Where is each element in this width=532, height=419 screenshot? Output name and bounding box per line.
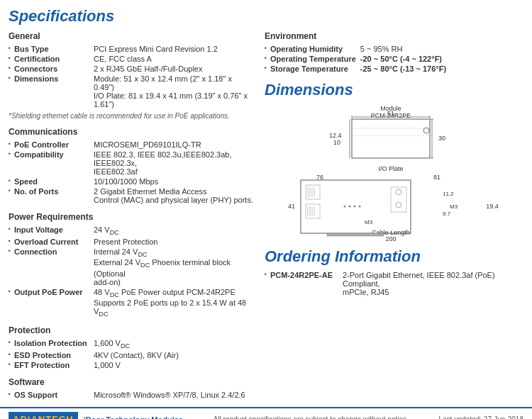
svg-rect-20 bbox=[301, 180, 411, 233]
section-power: Power Requirements bbox=[9, 212, 253, 222]
label-storage-temp: Storage Temperature bbox=[265, 64, 360, 74]
label-input-voltage: Input Voltage bbox=[9, 225, 94, 237]
svg-text:200: 200 bbox=[385, 235, 396, 242]
svg-rect-2 bbox=[352, 119, 430, 158]
environment-table: Operating Humidity 5 ~ 95% RH Operating … bbox=[265, 44, 523, 74]
label-no-ports: No. of Ports bbox=[9, 186, 94, 205]
label-speed: Speed bbox=[9, 177, 94, 186]
section-general: General bbox=[9, 31, 253, 41]
label-overload-current: Overload Current bbox=[9, 237, 94, 247]
svg-text:81: 81 bbox=[433, 174, 440, 181]
label-connectors: Connectors bbox=[9, 64, 94, 74]
section-protection: Protection bbox=[9, 325, 253, 335]
value-bus-type: PCI Express Mini Card Revision 1.2 bbox=[94, 44, 253, 54]
value-input-voltage: 24 VDC bbox=[94, 225, 253, 237]
dimensions-diagram: Module PCM-24R2PE 51 bbox=[281, 104, 508, 242]
label-output-poe: Output PoE Power bbox=[9, 287, 94, 318]
section-environment: Environment bbox=[265, 31, 523, 41]
table-row: Bus Type PCI Express Mini Card Revision … bbox=[9, 44, 253, 54]
right-column: Environment Operating Humidity 5 ~ 95% R… bbox=[265, 31, 523, 400]
label-compatibility: Compatibility bbox=[9, 150, 94, 177]
label-eft: EFT Protection bbox=[9, 360, 94, 370]
svg-point-37 bbox=[396, 202, 401, 208]
table-row: Certification CE, FCC class A bbox=[9, 54, 253, 64]
footer-note: All product specifications are subject t… bbox=[214, 415, 409, 419]
svg-text:12.4: 12.4 bbox=[329, 132, 342, 139]
svg-text:30: 30 bbox=[438, 135, 445, 142]
svg-rect-35 bbox=[391, 187, 406, 212]
section-software: Software bbox=[9, 377, 253, 387]
table-row: Dimensions Module: 51 x 30 x 12.4 mm (2"… bbox=[9, 74, 253, 109]
value-storage-temp: -25 ~ 80°C (-13 ~ 176°F) bbox=[360, 64, 523, 74]
label-os-support: OS Support bbox=[9, 390, 94, 400]
footer-logo: AD|ANTECH bbox=[9, 412, 78, 419]
footer: AD|ANTECH iDoor Technology Modules All p… bbox=[0, 407, 532, 419]
svg-text:9.7: 9.7 bbox=[443, 211, 451, 217]
value-compatibility: IEEE 802.3, IEEE 802.3u,IEEE802.3ab, IEE… bbox=[94, 150, 253, 177]
value-humidity: 5 ~ 95% RH bbox=[360, 44, 523, 54]
value-poe-controller: MICROSEMI_PD69101ILQ-TR bbox=[94, 140, 253, 150]
diagram-container: Module PCM-24R2PE 51 bbox=[265, 104, 523, 242]
table-row: OS Support Microsoft® Windows® XP/7/8, L… bbox=[9, 390, 253, 400]
table-row: Operating Humidity 5 ~ 95% RH bbox=[265, 44, 523, 54]
table-row: PCM-24R2PE-AE 2-Port Gigabit Ethernet, I… bbox=[265, 270, 523, 297]
table-row: Operating Temperature -20 ~ 50°C (-4 ~ 1… bbox=[265, 54, 523, 64]
footer-module-text: iDoor Technology Modules bbox=[84, 415, 183, 419]
table-row: Speed 10/100/1000 Mbps bbox=[9, 177, 253, 186]
table-row: ESD Protection 4KV (Contact), 8KV (Air) bbox=[9, 350, 253, 360]
svg-text:M3: M3 bbox=[450, 203, 458, 210]
table-row: Input Voltage 24 VDC bbox=[9, 225, 253, 237]
value-isolation: 1,600 VDC bbox=[94, 338, 253, 350]
page-title: Specifications bbox=[9, 7, 523, 26]
logo-brand2: ANTECH bbox=[31, 414, 73, 419]
ordering-title: Ordering Information bbox=[265, 247, 523, 266]
svg-text:M3: M3 bbox=[365, 219, 373, 225]
value-connection: Internal 24 VDCExternal 24 VDC Phoenix t… bbox=[94, 247, 253, 286]
value-no-ports: 2 Gigabit Ethernet Media AccessControl (… bbox=[94, 186, 253, 205]
footer-date: Last updated: 27-Jun-2018 bbox=[438, 415, 523, 419]
footer-left: AD|ANTECH iDoor Technology Modules bbox=[9, 412, 183, 419]
value-eft: 1,000 V bbox=[94, 360, 253, 370]
power-table: Input Voltage 24 VDC Overload Current Pr… bbox=[9, 225, 253, 318]
table-row: Overload Current Present Protection bbox=[9, 237, 253, 247]
value-overload-current: Present Protection bbox=[94, 237, 253, 247]
logo-brand: AD bbox=[13, 414, 28, 419]
dimensions-title: Dimensions bbox=[265, 81, 523, 99]
ordering-table: PCM-24R2PE-AE 2-Port Gigabit Ethernet, I… bbox=[265, 270, 523, 297]
svg-point-36 bbox=[396, 189, 401, 195]
main-container: Specifications General Bus Type PCI Expr… bbox=[0, 0, 532, 400]
value-speed: 10/100/1000 Mbps bbox=[94, 177, 253, 186]
label-op-temp: Operating Temperature bbox=[265, 54, 360, 64]
value-dimensions: Module: 51 x 30 x 12.4 mm (2" x 1.18" x … bbox=[94, 74, 253, 109]
value-connectors: 2 x RJ45 GbE Half-/Full-Duplex bbox=[94, 64, 253, 74]
label-connection: Connection bbox=[9, 247, 94, 286]
svg-text:41: 41 bbox=[287, 203, 294, 210]
table-row: Output PoE Power 48 VDC PoE Power output… bbox=[9, 287, 253, 318]
label-humidity: Operating Humidity bbox=[265, 44, 360, 54]
label-bus-type: Bus Type bbox=[9, 44, 94, 54]
svg-point-32 bbox=[348, 206, 350, 208]
table-row: Connectors 2 x RJ45 GbE Half-/Full-Duple… bbox=[9, 64, 253, 74]
general-note: *Shielding ethernet cable is recommended… bbox=[9, 112, 253, 120]
svg-point-34 bbox=[358, 206, 360, 208]
label-isolation: Isolation Protection bbox=[9, 338, 94, 350]
section-communications: Communications bbox=[9, 127, 253, 137]
environment-section: Environment Operating Humidity 5 ~ 95% R… bbox=[265, 31, 523, 74]
svg-rect-46 bbox=[327, 233, 384, 236]
ordering-value: 2-Port Gigabit Ethernet, IEEE 802.3af (P… bbox=[343, 270, 523, 297]
dimensions-section: Dimensions Module PCM-24R2PE bbox=[265, 81, 523, 242]
svg-text:11.2: 11.2 bbox=[443, 191, 454, 197]
label-esd: ESD Protection bbox=[9, 350, 94, 360]
value-os-support: Microsoft® Windows® XP/7/8, Linux 2.4/2.… bbox=[94, 390, 253, 400]
svg-text:19.4: 19.4 bbox=[486, 203, 499, 210]
value-certification: CE, FCC class A bbox=[94, 54, 253, 64]
svg-text:I/O Plate: I/O Plate bbox=[378, 165, 403, 172]
value-esd: 4KV (Contact), 8KV (Air) bbox=[94, 350, 253, 360]
table-row: Storage Temperature -25 ~ 80°C (-13 ~ 17… bbox=[265, 64, 523, 74]
ordering-section: Ordering Information PCM-24R2PE-AE 2-Por… bbox=[265, 247, 523, 297]
svg-text:51: 51 bbox=[387, 110, 394, 117]
software-table: OS Support Microsoft® Windows® XP/7/8, L… bbox=[9, 390, 253, 400]
svg-point-33 bbox=[353, 206, 355, 208]
value-op-temp: -20 ~ 50°C (-4 ~ 122°F) bbox=[360, 54, 523, 64]
label-dimensions: Dimensions bbox=[9, 74, 94, 109]
